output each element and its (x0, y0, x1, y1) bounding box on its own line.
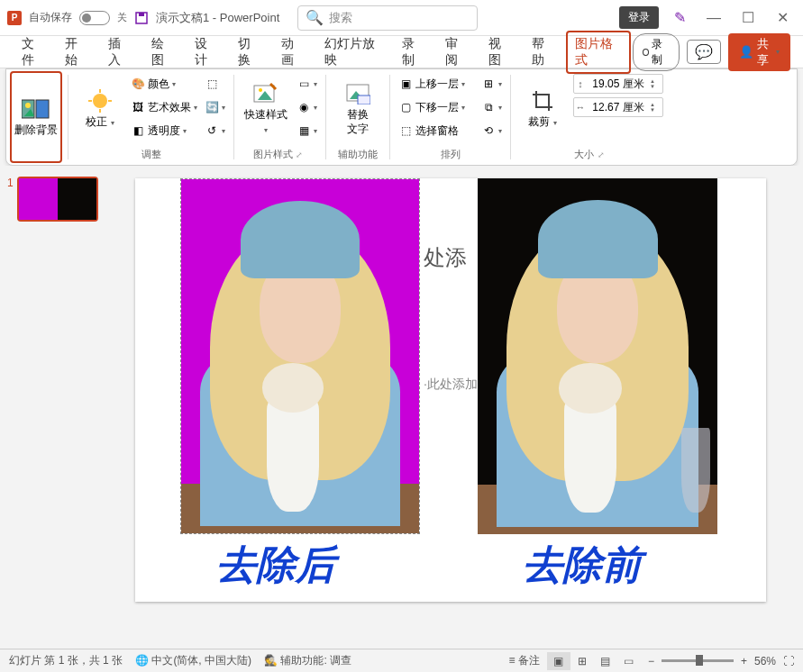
transparency-label: 透明度 (148, 123, 180, 139)
svg-rect-3 (36, 100, 49, 118)
slide-canvas[interactable]: 处添 ·此处添加 (117, 166, 803, 652)
group-acc-label: 辅助功能 (332, 146, 384, 163)
bring-forward-button[interactable]: ▣上移一层▾ (397, 73, 475, 95)
search-input[interactable]: 🔍 搜索 (297, 5, 478, 31)
thumb-preview (17, 177, 98, 222)
tab-slideshow[interactable]: 幻灯片放映 (315, 31, 392, 74)
effects-icon: ◉ (297, 100, 311, 114)
acc-label: 辅助功能: 调查 (280, 654, 351, 667)
size-dialog-launcher[interactable]: ⤢ (598, 150, 608, 159)
maximize-icon[interactable]: ☐ (735, 5, 762, 32)
status-bar: 幻灯片 第 1 张，共 1 张 🌐 中文(简体, 中国大陆) 🕵 辅助功能: 调… (0, 649, 803, 672)
share-button[interactable]: 👤共享▾ (728, 33, 791, 71)
zoom-level[interactable]: 56% (754, 655, 776, 667)
notes-button[interactable]: ≡ 备注 (509, 653, 540, 668)
group-arrange-label: 排列 (396, 146, 505, 163)
alt-text-button[interactable]: 替换 文字 (332, 71, 384, 146)
slide-thumbnail[interactable]: 1 (7, 177, 110, 222)
tab-transitions[interactable]: 切换 (229, 31, 270, 74)
rotate-button[interactable]: ⟲▾ (480, 120, 503, 141)
compress-button[interactable]: ⬚ (204, 73, 226, 95)
tab-insert[interactable]: 插入 (99, 31, 141, 74)
width-input[interactable]: ↔ 12.67 厘米 ▲▼ (573, 97, 663, 117)
color-button[interactable]: 🎨颜色▾ (130, 73, 198, 95)
quick-styles-label: 快速样式 (244, 108, 287, 121)
zoom-out-button[interactable]: − (648, 655, 654, 667)
tab-design[interactable]: 设计 (186, 31, 227, 74)
minimize-icon[interactable]: — (700, 5, 727, 32)
image-after[interactable] (180, 178, 420, 534)
reset-icon: ↺ (205, 123, 219, 138)
tab-review[interactable]: 审阅 (436, 31, 478, 74)
image-before[interactable] (478, 178, 717, 534)
accessibility-check[interactable]: 🕵 辅助功能: 调查 (264, 653, 351, 668)
width-spinner[interactable]: ▲▼ (650, 102, 662, 113)
border-icon: ▭ (297, 77, 311, 91)
tab-home[interactable]: 开始 (56, 31, 97, 74)
crop-icon (528, 88, 557, 114)
tab-draw[interactable]: 绘图 (142, 31, 184, 74)
zoom-in-button[interactable]: + (741, 655, 747, 667)
transparency-icon: ◧ (131, 123, 145, 138)
send-back-icon: ▢ (398, 100, 413, 114)
slide-counter[interactable]: 幻灯片 第 1 张，共 1 张 (9, 653, 123, 668)
crop-button[interactable]: 裁剪 ▾ (516, 71, 569, 146)
tab-file[interactable]: 文件 (13, 31, 54, 74)
slideshow-view-button[interactable]: ▭ (617, 652, 641, 670)
sorter-view-button[interactable]: ⊞ (570, 652, 594, 670)
change-pic-icon: 🔄 (205, 100, 219, 114)
zoom-slider[interactable] (662, 659, 734, 662)
corrections-button[interactable]: 校正 ▾ (74, 71, 126, 146)
tab-record[interactable]: 录制 (393, 31, 434, 74)
document-title: 演示文稿1 - PowerPoint (156, 10, 279, 26)
height-spinner[interactable]: ▲▼ (650, 78, 662, 89)
styles-dialog-launcher[interactable]: ⤢ (296, 150, 306, 159)
caption-before: 去除前 (523, 539, 642, 592)
transparency-button[interactable]: ◧透明度▾ (130, 120, 198, 141)
rotate-icon: ⟲ (481, 123, 496, 138)
picture-border-button[interactable]: ▭▾ (296, 73, 318, 95)
width-icon: ↔ (574, 102, 587, 113)
align-button[interactable]: ⊞▾ (480, 73, 503, 95)
quick-styles-button[interactable]: 快速样式 ▾ (240, 71, 292, 146)
group-icon: ⧉ (481, 100, 496, 114)
thumb-number: 1 (7, 177, 14, 222)
image-after-content (181, 179, 419, 533)
record-button[interactable]: 录制 (633, 33, 680, 71)
subtitle-placeholder[interactable]: ·此处添加 (424, 377, 478, 393)
autosave-toggle[interactable] (79, 11, 110, 25)
send-back-label: 下移一层 (415, 100, 459, 115)
comments-button[interactable]: 💬 (687, 40, 721, 64)
tab-help[interactable]: 帮助 (523, 31, 564, 74)
save-icon[interactable] (134, 11, 149, 25)
tab-animations[interactable]: 动画 (272, 31, 314, 74)
reset-picture-button[interactable]: ↺▾ (204, 120, 226, 141)
tab-picture-format[interactable]: 图片格式 (566, 31, 631, 74)
autosave-label: 自动保存 (29, 10, 72, 25)
pen-icon[interactable]: ✎ (666, 5, 693, 32)
height-input[interactable]: ↕ 19.05 厘米 ▲▼ (573, 74, 663, 94)
picture-effects-button[interactable]: ◉▾ (296, 96, 318, 118)
normal-view-button[interactable]: ▣ (547, 652, 570, 670)
artistic-effects-button[interactable]: 🖼艺术效果▾ (130, 96, 198, 118)
group-size-label: 大小 (574, 149, 594, 159)
send-backward-button[interactable]: ▢下移一层▾ (397, 96, 475, 118)
tab-view[interactable]: 视图 (479, 31, 521, 74)
group-button[interactable]: ⧉▾ (480, 96, 503, 118)
ribbon: 删除背景 校正 ▾ 🎨颜色▾ 🖼艺术效果▾ ◧透明度▾ ⬚ 🔄▾ ↺▾ 调整 (5, 68, 798, 166)
share-icon: 👤 (739, 45, 753, 59)
reading-view-button[interactable]: ▤ (594, 652, 617, 670)
picture-layout-button[interactable]: ▦▾ (296, 120, 318, 141)
lang-indicator[interactable]: 🌐 中文(简体, 中国大陆) (135, 653, 251, 668)
login-button[interactable]: 登录 (619, 6, 659, 29)
svg-rect-1 (139, 13, 144, 16)
alt-text-label: 替换 文字 (347, 108, 369, 136)
fit-window-button[interactable]: ⛶ (783, 655, 794, 667)
selection-pane-button[interactable]: ⬚选择窗格 (397, 120, 475, 141)
change-picture-button[interactable]: 🔄▾ (204, 96, 226, 118)
remove-background-button[interactable]: 删除背景 (10, 71, 62, 163)
height-value: 19.05 厘米 (587, 77, 650, 92)
quick-styles-icon (251, 81, 280, 106)
color-label: 颜色 (148, 77, 169, 92)
close-icon[interactable]: ✕ (769, 5, 796, 32)
